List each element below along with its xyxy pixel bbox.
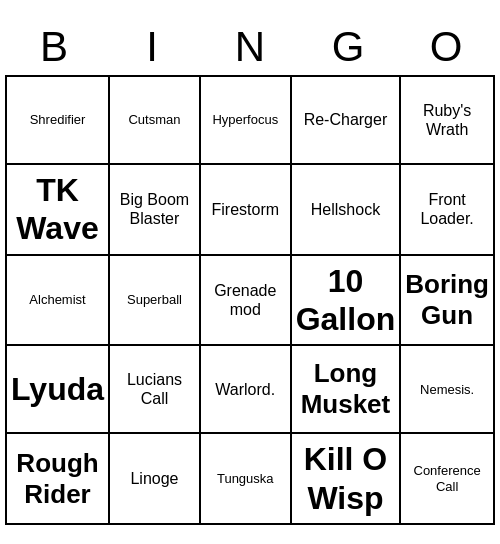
cell-text-22: Tunguska [217, 471, 274, 487]
bingo-cell-9: Front Loader. [401, 165, 495, 256]
bingo-cell-7: Firestorm [201, 165, 292, 256]
cell-text-20: Rough Rider [11, 448, 104, 510]
bingo-cell-22: Tunguska [201, 434, 292, 525]
bingo-cell-18: Long Musket [292, 346, 402, 434]
cell-text-10: Alchemist [29, 292, 85, 308]
bingo-cell-10: Alchemist [7, 256, 110, 347]
header-letter-I: I [107, 23, 197, 71]
cell-text-23: Kill O Wisp [296, 440, 396, 517]
cell-text-13: 10 Gallon [296, 262, 396, 339]
header-letter-B: B [9, 23, 99, 71]
cell-text-6: Big Boom Blaster [114, 190, 195, 228]
bingo-cell-3: Re-Charger [292, 77, 402, 165]
bingo-header: BINGO [5, 19, 495, 75]
bingo-cell-24: Conference Call [401, 434, 495, 525]
cell-text-15: Lyuda [11, 370, 104, 408]
cell-text-18: Long Musket [296, 358, 396, 420]
bingo-cell-1: Cutsman [110, 77, 201, 165]
cell-text-4: Ruby's Wrath [405, 101, 489, 139]
cell-text-12: Grenade mod [205, 281, 286, 319]
bingo-cell-19: Nemesis. [401, 346, 495, 434]
bingo-cell-8: Hellshock [292, 165, 402, 256]
bingo-cell-21: Linoge [110, 434, 201, 525]
bingo-cell-12: Grenade mod [201, 256, 292, 347]
bingo-cell-11: Superball [110, 256, 201, 347]
cell-text-21: Linoge [130, 469, 178, 488]
cell-text-0: Shredifier [30, 112, 86, 128]
cell-text-24: Conference Call [405, 463, 489, 494]
header-letter-G: G [303, 23, 393, 71]
cell-text-7: Firestorm [211, 200, 279, 219]
bingo-cell-6: Big Boom Blaster [110, 165, 201, 256]
cell-text-9: Front Loader. [405, 190, 489, 228]
header-letter-O: O [401, 23, 491, 71]
cell-text-5: TK Wave [11, 171, 104, 248]
cell-text-16: Lucians Call [114, 370, 195, 408]
header-letter-N: N [205, 23, 295, 71]
bingo-cell-15: Lyuda [7, 346, 110, 434]
bingo-cell-23: Kill O Wisp [292, 434, 402, 525]
bingo-card: BINGO ShredifierCutsmanHyperfocusRe-Char… [5, 19, 495, 525]
bingo-cell-2: Hyperfocus [201, 77, 292, 165]
bingo-cell-16: Lucians Call [110, 346, 201, 434]
cell-text-14: Boring Gun [405, 269, 489, 331]
bingo-cell-4: Ruby's Wrath [401, 77, 495, 165]
cell-text-3: Re-Charger [304, 110, 388, 129]
cell-text-8: Hellshock [311, 200, 380, 219]
bingo-cell-5: TK Wave [7, 165, 110, 256]
cell-text-17: Warlord. [215, 380, 275, 399]
bingo-cell-13: 10 Gallon [292, 256, 402, 347]
cell-text-19: Nemesis. [420, 382, 474, 398]
bingo-grid: ShredifierCutsmanHyperfocusRe-ChargerRub… [5, 75, 495, 525]
bingo-cell-14: Boring Gun [401, 256, 495, 347]
cell-text-1: Cutsman [128, 112, 180, 128]
bingo-cell-0: Shredifier [7, 77, 110, 165]
bingo-cell-20: Rough Rider [7, 434, 110, 525]
cell-text-2: Hyperfocus [212, 112, 278, 128]
cell-text-11: Superball [127, 292, 182, 308]
bingo-cell-17: Warlord. [201, 346, 292, 434]
